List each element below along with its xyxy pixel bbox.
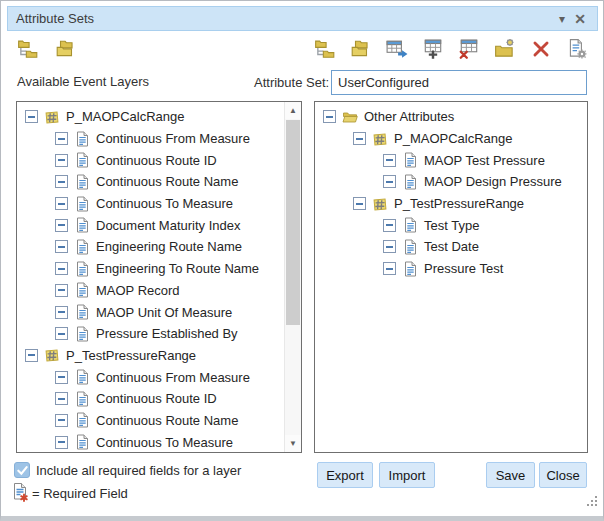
tree-row[interactable]: MAOP Record [17, 280, 284, 302]
collapse-toggle-icon[interactable] [55, 175, 68, 188]
resize-grip[interactable] [586, 495, 598, 507]
event-layer-icon [372, 131, 388, 147]
collapse-toggle-icon[interactable] [55, 262, 68, 275]
right-toolbar [314, 38, 588, 60]
tree-row[interactable]: Continuous Route ID [17, 388, 284, 410]
collapse-attribute-set-icon[interactable] [350, 38, 372, 60]
tree-item-label: Test Date [424, 239, 479, 254]
tree-row[interactable]: Continuous Route Name [17, 410, 284, 432]
collapse-toggle-icon[interactable] [25, 349, 38, 362]
tree-row[interactable]: Pressure Established By [17, 323, 284, 345]
tree-row[interactable]: P_MAOPCalcRange [17, 106, 284, 128]
field-icon [402, 174, 418, 190]
field-icon [74, 391, 90, 407]
export-button[interactable]: Export [317, 462, 373, 488]
collapse-toggle-icon[interactable] [25, 110, 38, 123]
collapse-toggle-icon[interactable] [55, 327, 68, 340]
tree-item-label: Continuous From Measure [96, 131, 250, 146]
tree-row[interactable]: Document Maturity Index [17, 214, 284, 236]
collapse-toggle-icon[interactable] [55, 197, 68, 210]
save-button[interactable]: Save [486, 462, 535, 488]
collapse-toggle-icon[interactable] [383, 175, 396, 188]
add-table-icon[interactable] [422, 38, 444, 60]
scroll-thumb[interactable] [286, 120, 300, 325]
folder-open-icon [342, 109, 358, 125]
delete-table-icon[interactable] [458, 38, 480, 60]
collapse-toggle-icon[interactable] [55, 154, 68, 167]
collapse-toggle-icon[interactable] [353, 132, 366, 145]
collapse-toggle-icon[interactable] [55, 414, 68, 427]
tree-row[interactable]: Continuous From Measure [17, 366, 284, 388]
tree-row[interactable]: Pressure Test [315, 258, 587, 280]
configure-report-icon[interactable] [566, 38, 588, 60]
collapse-dialog-icon[interactable]: ▾ [553, 12, 571, 26]
tree-row[interactable]: Engineering To Route Name [17, 258, 284, 280]
collapse-toggle-icon[interactable] [55, 371, 68, 384]
tree-row[interactable]: Continuous To Measure [17, 431, 284, 452]
collapse-toggle-icon[interactable] [353, 197, 366, 210]
tree-item-label: Continuous Route ID [96, 391, 217, 406]
collapse-toggle-icon[interactable] [55, 219, 68, 232]
tree-item-label: Engineering Route Name [96, 239, 242, 254]
tree-item-label: Other Attributes [364, 109, 454, 124]
collapse-toggle-icon[interactable] [55, 392, 68, 405]
include-required-fields-label: Include all required fields for a layer [36, 463, 241, 478]
tree-row[interactable]: P_MAOPCalcRange [315, 128, 587, 150]
field-icon [74, 152, 90, 168]
new-attribute-set-folder-icon[interactable] [494, 38, 516, 60]
collapse-toggle-icon[interactable] [55, 306, 68, 319]
field-icon [74, 174, 90, 190]
collapse-toggle-icon[interactable] [55, 132, 68, 145]
scroll-up-icon[interactable]: ▲ [285, 102, 301, 119]
tree-row[interactable]: MAOP Unit Of Measure [17, 301, 284, 323]
tree-item-label: Pressure Test [424, 261, 503, 276]
tree-item-label: MAOP Record [96, 283, 180, 298]
tree-row[interactable]: Continuous Route ID [17, 149, 284, 171]
tree-row[interactable]: MAOP Design Pressure [315, 171, 587, 193]
export-table-icon[interactable] [386, 38, 408, 60]
left-panel-scrollbar[interactable]: ▲ ▼ [284, 102, 301, 452]
collapse-toggle-icon[interactable] [55, 284, 68, 297]
include-required-fields-checkbox[interactable] [14, 462, 30, 478]
field-icon [74, 412, 90, 428]
attribute-set-panel: Other AttributesP_MAOPCalcRangeMAOP Test… [314, 101, 588, 453]
tree-row[interactable]: P_TestPressureRange [17, 345, 284, 367]
expand-attribute-set-icon[interactable] [314, 38, 336, 60]
tree-row[interactable]: Test Date [315, 236, 587, 258]
collapse-toggle-icon[interactable] [55, 436, 68, 449]
attribute-set-tree: Other AttributesP_MAOPCalcRangeMAOP Test… [315, 102, 587, 452]
tree-row[interactable]: Engineering Route Name [17, 236, 284, 258]
collapse-toggle-icon[interactable] [55, 240, 68, 253]
tree-row[interactable]: Continuous From Measure [17, 128, 284, 150]
event-layer-icon [44, 347, 60, 363]
dialog-title: Attribute Sets [16, 11, 94, 26]
collapse-toggle-icon[interactable] [383, 219, 396, 232]
event-layer-icon [44, 109, 60, 125]
tree-item-label: Continuous To Measure [96, 196, 233, 211]
expand-event-layers-icon[interactable] [17, 38, 39, 60]
close-button[interactable]: Close [539, 462, 587, 488]
field-icon [74, 326, 90, 342]
scroll-down-icon[interactable]: ▼ [285, 435, 301, 452]
field-icon [74, 217, 90, 233]
import-button[interactable]: Import [379, 462, 435, 488]
tree-row[interactable]: Other Attributes [315, 106, 587, 128]
tree-row[interactable]: Continuous To Measure [17, 193, 284, 215]
attribute-set-dropdown[interactable]: UserConfigured ▼ [331, 70, 587, 95]
collapse-toggle-icon[interactable] [383, 262, 396, 275]
tree-item-label: Test Type [424, 218, 479, 233]
field-icon [74, 196, 90, 212]
collapse-event-layers-icon[interactable] [55, 38, 77, 60]
tree-row[interactable]: Continuous Route Name [17, 171, 284, 193]
remove-icon[interactable] [530, 38, 552, 60]
close-dialog-icon[interactable]: ✕ [571, 11, 589, 27]
collapse-toggle-icon[interactable] [383, 154, 396, 167]
tree-item-label: Continuous Route Name [96, 174, 238, 189]
tree-row[interactable]: MAOP Test Pressure [315, 149, 587, 171]
tree-row[interactable]: P_TestPressureRange [315, 193, 587, 215]
tree-item-label: P_TestPressureRange [66, 348, 196, 363]
collapse-toggle-icon[interactable] [383, 240, 396, 253]
tree-row[interactable]: Test Type [315, 214, 587, 236]
attribute-set-dropdown-value: UserConfigured [332, 75, 586, 90]
collapse-toggle-icon[interactable] [323, 110, 336, 123]
